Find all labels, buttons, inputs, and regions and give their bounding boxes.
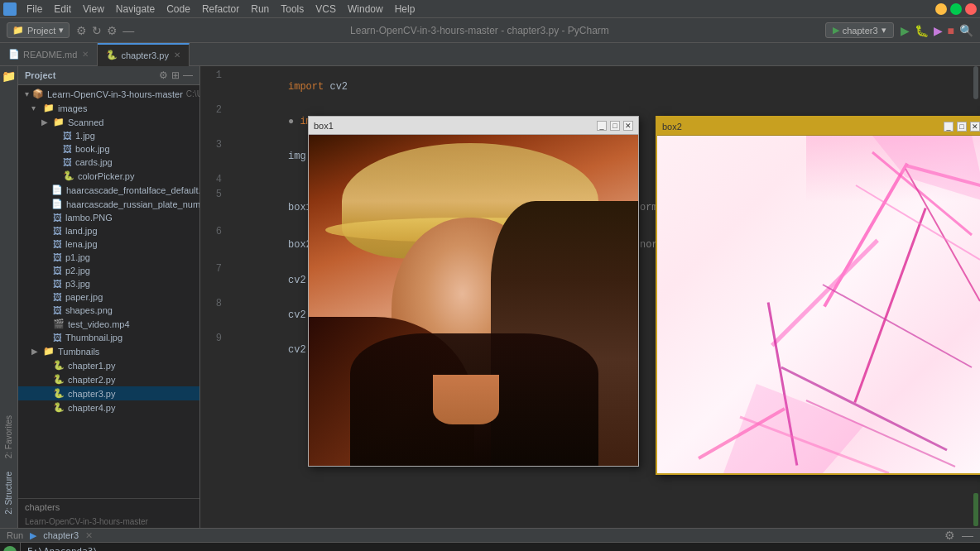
images-arrow-icon: ▾ [31,103,40,113]
tree-colorpicker[interactable]: ▶ 🐍 colorPicker.py [18,169,199,183]
tree-images-folder[interactable]: ▾ 📁 images [18,101,199,115]
maximize-button[interactable] [950,3,962,15]
panel-settings-icon[interactable]: ⚙ [159,69,168,81]
chapter3-tab-close[interactable]: ✕ [174,50,180,60]
tree-lambo[interactable]: ▶ 🖼 lambo.PNG [18,211,199,224]
tree-cardsjpg[interactable]: ▶ 🖼 cards.jpg [18,156,199,169]
chevron-down-icon: ▾ [59,25,64,36]
menu-vcs[interactable]: VCS [310,2,341,17]
run-config-label: chapter3 [843,26,878,36]
menu-code[interactable]: Code [161,2,195,17]
run-panel-settings-icon[interactable]: ⚙ [944,529,955,542]
tree-p1[interactable]: ▶ 🖼 p1.jpg [18,251,199,264]
project-label: Project [27,26,55,36]
tree-haar-frontal[interactable]: ▶ 📄 haarcascade_frontalface_default.xml [18,183,199,197]
code-line-8: 8 cv2.imshow('box2', box2) [200,298,980,333]
settings-icon[interactable]: ⚙ [76,24,87,37]
tree-scanned[interactable]: ▶ 📁 Scanned [18,115,199,129]
cardsjpg-label: cards.jpg [75,157,113,167]
tree-root[interactable]: ▾ 📦 Learn-OpenCV-in-3-hours-master C:\Us… [18,87,199,101]
tab-readme[interactable]: 📄 README.md ✕ [0,43,98,66]
readme-file-icon: 📄 [8,49,20,60]
line-num-8: 8 [204,298,228,333]
tree-p2[interactable]: ▶ 🖼 p2.jpg [18,264,199,277]
chapter4-label: chapter4.py [68,403,115,413]
panel-expand-icon[interactable]: ⊞ [171,69,180,81]
run-panel-minimize-icon[interactable]: — [962,529,973,542]
editor-area[interactable]: 1 import cv2 2 ● import numpy as np 3 im… [200,66,980,528]
structure-label[interactable]: 2: Structure [0,465,18,521]
tab-chapter3[interactable]: 🐍 chapter3.py ✕ [98,43,189,66]
menu-tools[interactable]: Tools [276,2,309,17]
run-icon: ▶ [833,25,839,36]
chapter4-icon: 🐍 [53,402,65,413]
right-scrollbar[interactable] [972,66,980,528]
tree-bookjpg[interactable]: ▶ 🖼 book.jpg [18,142,199,156]
project-panel-header: Project ⚙ ⊞ — [18,66,199,85]
menu-view[interactable]: View [78,2,109,17]
run-side-controls: ▶ ■ ↑ ↓ ☰ ↩ 📌 🗑 [0,543,21,551]
menu-run[interactable]: Run [246,2,274,17]
thumbnail-icon: 🖼 [53,333,62,343]
tree-chapter3[interactable]: ▶ 🐍 chapter3.py [18,386,199,400]
line-content-9: cv2.waitKey(8) [228,333,977,367]
p1-icon: 🖼 [53,252,62,262]
stop-icon[interactable]: ■ [948,24,954,37]
menu-navigate[interactable]: Navigate [111,2,160,17]
tree-tumbnails[interactable]: ▶ 📁 Tumbnails [18,344,199,358]
tree-thumbnail[interactable]: ▶ 🖼 Thumbnail.jpg [18,331,199,344]
code-line-5: 5 box1 = cv2.boxFilter(img,-1,(3,3), nor… [200,189,980,226]
menu-edit[interactable]: Edit [49,2,76,17]
cardsjpg-icon: 🖼 [63,157,72,167]
chapter3-icon: 🐍 [53,388,65,399]
search-icon[interactable]: 🔍 [959,24,973,37]
code-line-1: 1 import cv2 [200,69,980,104]
tree-chapter4[interactable]: ▶ 🐍 chapter4.py [18,400,199,414]
coverage-icon[interactable]: ▶ [934,24,943,37]
tree-haar-russian[interactable]: ▶ 📄 haarcascade_russian_plate_number.xml [18,197,199,211]
haar-russian-icon: 📄 [51,199,63,209]
debug-icon[interactable]: 🐛 [915,24,929,37]
readme-tab-close[interactable]: ✕ [82,50,89,59]
tree-testvideo[interactable]: ▶ 🎬 test_video.mp4 [18,317,199,331]
tree-1jpg[interactable]: ▶ 🖼 1.jpg [18,129,199,142]
tree-chapter1[interactable]: ▶ 🐍 chapter1.py [18,358,199,372]
menu-window[interactable]: Window [343,2,388,17]
line-num-1: 1 [204,69,228,104]
project-tab-icon[interactable]: 📁 [0,69,18,83]
menu-refactor[interactable]: Refactor [197,2,244,17]
sync-icon[interactable]: ↻ [92,24,102,37]
tree-shapes[interactable]: ▶ 🖼 shapes.png [18,304,199,317]
code-editor[interactable]: 1 import cv2 2 ● import numpy as np 3 im… [200,66,980,528]
haar-russian-label: haarcascade_russian_plate_number.xml [66,199,199,209]
p2-label: p2.jpg [65,266,90,276]
scrollbar-thumb [973,66,978,99]
close-button[interactable] [965,3,977,15]
favorites-label[interactable]: 2: Favorites [0,409,18,465]
panel-minimize-icon[interactable]: — [183,69,193,81]
project-selector[interactable]: 📁 Project ▾ [7,22,70,38]
menu-file[interactable]: File [22,2,47,17]
code-line-2: 2 ● import numpy as np [200,104,980,139]
scanned-arrow-icon: ▶ [41,117,50,127]
minimize-button[interactable] [935,3,947,15]
menu-help[interactable]: Help [390,2,420,17]
run-play-icon[interactable]: ▶ [901,24,910,37]
run-panel: Run ▶ chapter3 ✕ ⚙ — ▶ ■ ↑ ↓ ☰ ↩ 📌 🗑 E:\… [0,528,980,551]
line-content-4 [228,174,977,189]
tree-land[interactable]: ▶ 🖼 land.jpg [18,224,199,237]
run-tab-close[interactable]: ✕ [85,530,93,541]
land-label: land.jpg [65,226,98,236]
p1-label: p1.jpg [65,252,90,262]
minus-icon[interactable]: — [122,24,134,37]
run-play-btn[interactable]: ▶ [3,546,17,551]
run-layout: ▶ ■ ↑ ↓ ☰ ↩ 📌 🗑 E:\Anaconda3\ [0,543,980,551]
code-line-6: 6 box2 = cv2.boxFilter(img,-1,(3,3), nor… [200,226,980,263]
gear-icon[interactable]: ⚙ [107,24,118,37]
code-line-4: 4 [200,174,980,189]
run-config-selector[interactable]: ▶ chapter3 ▾ [825,22,894,38]
tree-lena[interactable]: ▶ 🖼 lena.jpg [18,237,199,251]
tree-chapter2[interactable]: ▶ 🐍 chapter2.py [18,372,199,386]
tree-paper[interactable]: ▶ 🖼 paper.jpg [18,290,199,304]
tree-p3[interactable]: ▶ 🖼 p3.jpg [18,277,199,290]
